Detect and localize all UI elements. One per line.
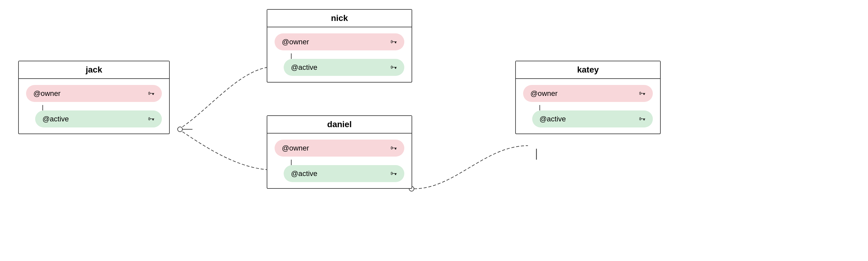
daniel-active-field: @active 🗝 xyxy=(284,165,404,182)
daniel-owner-field: @owner 🗝 xyxy=(275,140,404,156)
jack-active-key-icon: 🗝 xyxy=(148,115,155,123)
jack-active-label: @active xyxy=(42,115,69,123)
daniel-owner-key-icon: 🗝 xyxy=(390,144,397,152)
jack-owner-field: @owner 🗝 xyxy=(26,85,162,102)
daniel-active-key-icon: 🗝 xyxy=(390,170,397,177)
nick-owner-label: @owner xyxy=(282,38,309,46)
daniel-title: daniel xyxy=(267,116,411,134)
entity-jack: jack @owner 🗝 @active 🗝 xyxy=(18,61,170,134)
entity-katey: katey @owner 🗝 @active 🗝 xyxy=(515,61,661,134)
katey-title: katey xyxy=(516,61,660,79)
entity-nick: nick @owner 🗝 @active 🗝 xyxy=(267,9,412,83)
svg-point-1 xyxy=(178,127,182,132)
nick-active-key-icon: 🗝 xyxy=(390,63,397,71)
nick-active-field: @active 🗝 xyxy=(284,59,404,76)
diagram-container: jack @owner 🗝 @active 🗝 nick @owner 🗝 xyxy=(0,0,868,261)
katey-owner-label: @owner xyxy=(530,89,558,98)
daniel-active-label: @active xyxy=(291,169,317,178)
jack-title: jack xyxy=(19,61,169,79)
nick-owner-key-icon: 🗝 xyxy=(390,38,397,46)
jack-active-field: @active 🗝 xyxy=(35,111,162,127)
daniel-owner-label: @owner xyxy=(282,144,309,152)
jack-owner-label: @owner xyxy=(33,89,61,98)
katey-active-key-icon: 🗝 xyxy=(639,115,646,123)
katey-owner-field: @owner 🗝 xyxy=(523,85,653,102)
katey-active-field: @active 🗝 xyxy=(532,111,653,127)
katey-owner-key-icon: 🗝 xyxy=(639,90,646,97)
nick-active-label: @active xyxy=(291,63,317,71)
nick-title: nick xyxy=(267,10,411,27)
jack-owner-key-icon: 🗝 xyxy=(148,90,155,97)
nick-owner-field: @owner 🗝 xyxy=(275,33,404,50)
katey-active-label: @active xyxy=(539,115,566,123)
entity-daniel: daniel @owner 🗝 @active 🗝 xyxy=(267,115,412,189)
